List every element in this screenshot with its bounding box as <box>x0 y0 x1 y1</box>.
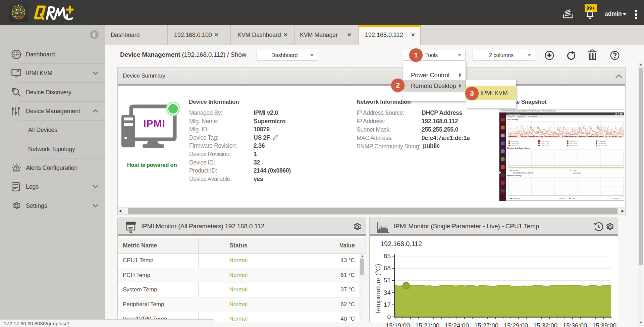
svg-text:950.3 MiB (23.7%) of 3.9 GiB: 950.3 MiB (23.7%) of 3.9 GiB <box>513 172 533 174</box>
svg-text:not available: not available <box>573 172 581 174</box>
svg-text:CPU11 15.0%: CPU11 15.0% <box>569 145 578 146</box>
svg-text:CPU1 45.4%: CPU1 45.4% <box>511 140 519 142</box>
svg-text:CPU History: CPU History <box>507 119 518 121</box>
svg-text:Resources: Resources <box>518 116 526 118</box>
svg-text:File Systems: File Systems <box>528 116 537 118</box>
svg-text:34: 34 <box>384 289 391 296</box>
svg-text:Sent: Sent <box>572 198 575 199</box>
svg-text:CPU10 14.0%: CPU10 14.0% <box>541 145 550 146</box>
svg-text:Processes: Processes <box>507 116 515 118</box>
svg-text:0 bytes/s: 0 bytes/s <box>559 198 565 199</box>
svg-text:Seconds: Seconds <box>508 138 514 140</box>
svg-text:0 bytes/s: 0 bytes/s <box>612 198 619 199</box>
svg-text:CPU6 17.0%: CPU6 17.0% <box>541 143 549 144</box>
svg-text:CPU3 23.6%: CPU3 23.6% <box>569 140 577 142</box>
svg-text:IPMI: IPMI <box>143 118 165 129</box>
svg-text:Memory: Memory <box>513 170 519 172</box>
svg-text:CPU12 14.8%: CPU12 14.8% <box>598 145 607 146</box>
svg-text:51: 51 <box>384 277 391 284</box>
svg-text:Receiving: Receiving <box>513 198 520 199</box>
svg-text:CPU7 74.0%: CPU7 74.0% <box>569 143 577 144</box>
svg-text:85: 85 <box>384 252 391 260</box>
svg-text:CPU8 14.9%: CPU8 14.9% <box>598 143 606 144</box>
svg-text:CPU9 74.0%: CPU9 74.0% <box>511 145 519 146</box>
svg-text:68: 68 <box>384 265 391 272</box>
svg-text:Network History: Network History <box>507 175 522 177</box>
svg-text:Virtual Media Record Macro: Virtual Media Record Macro Options User … <box>501 110 556 112</box>
svg-text:17: 17 <box>384 301 391 308</box>
svg-text:CPU5 30.7%: CPU5 30.7% <box>511 143 519 144</box>
svg-text:CPU4 15.6%: CPU4 15.6% <box>598 140 606 142</box>
svg-text:Memory and Swap History: Memory and Swap History <box>507 147 531 149</box>
svg-text:CPU2 48.5%: CPU2 48.5% <box>541 140 549 142</box>
svg-text:System Monitor: System Monitor <box>507 113 520 115</box>
svg-text:Swap: Swap <box>573 170 577 172</box>
svg-text:0: 0 <box>387 313 391 320</box>
svg-text:Temperature (°C): Temperature (°C) <box>374 264 382 314</box>
